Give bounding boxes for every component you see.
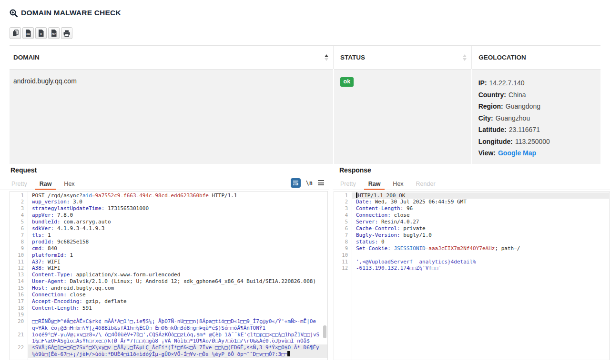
line-number: 16	[10, 292, 28, 298]
google-map-link[interactable]: Google Map	[498, 149, 536, 157]
line-number: 5	[10, 219, 28, 225]
line-number: 14	[10, 278, 28, 285]
line-number: 6	[10, 225, 28, 232]
newline-toggle-button[interactable]: \n	[306, 180, 313, 186]
geo-value: 113.250000	[515, 138, 550, 145]
line-number: 11	[334, 259, 352, 265]
line-number: 4	[10, 212, 28, 219]
editor-line: 21ìo¢é9°□¥-yߎV@¡xv□z8«/\ ó□4Ô0ùèV+7D□',C…	[10, 332, 327, 345]
line-content: Host: android.bugly.qq.com	[28, 285, 327, 292]
editor-line: 2Date: Wed, 30 Jul 2025 06:44:59 GMT	[334, 199, 609, 205]
line-content: platformId: 1	[28, 252, 327, 259]
line-content: □□RÍNÖ@□Þ^éå□¢ÀÉ×C$rk¢ mÀÁ*A□1'□,ie¶S¼¡ …	[28, 318, 327, 332]
editor-line: 15Host: android.bugly.qq.com	[10, 285, 327, 292]
response-tab-pretty[interactable]: Pretty	[339, 178, 357, 190]
line-number: 6	[334, 225, 352, 232]
response-panel-title: Response	[333, 166, 610, 174]
column-label: STATUS	[340, 54, 365, 61]
copy-icon	[12, 30, 19, 37]
editor-line: 4appVer: 7.8.0	[10, 212, 327, 219]
line-number: 1	[334, 192, 352, 199]
geo-label: IP:	[478, 79, 487, 87]
line-content: Bugly-Version: bugly/1.0	[352, 232, 609, 239]
malware-check-table: DOMAIN STATUS GEOLOCATION android.bugly.…	[10, 45, 600, 164]
pdf-button[interactable]: PDF	[48, 27, 60, 39]
editor-line: 3strategylastUpdateTime: 1731565301000	[10, 205, 327, 212]
geo-label: Region:	[478, 102, 503, 110]
request-tab-pretty[interactable]: Pretty	[10, 178, 28, 190]
csv-button[interactable]: csv	[22, 27, 34, 39]
line-number: 4	[334, 212, 352, 219]
column-header-status[interactable]: STATUS	[334, 46, 472, 70]
excel-file-icon: X	[38, 30, 44, 37]
request-editor[interactable]: 1POST /rqd/async?aid=9a7552c9-f663-494c-…	[10, 191, 328, 360]
editor-menu-button[interactable]	[318, 180, 324, 185]
geo-value: 23.116671	[509, 126, 540, 133]
column-label: GEOLOCATION	[478, 54, 526, 61]
line-number: 12	[334, 265, 352, 272]
copy-button[interactable]	[10, 27, 21, 39]
line-content: Connection: close	[28, 292, 327, 298]
editor-line: 10	[334, 252, 609, 259]
editor-line: 6Cache-Control: private	[334, 225, 609, 232]
line-number: 7	[334, 232, 352, 239]
line-content: User-Agent: Dalvik/2.1.0 (Linux; U; Andr…	[28, 278, 327, 285]
line-content: sdkVer: 4.1.9.3-4.1.9.3	[28, 225, 327, 232]
print-button[interactable]	[61, 27, 72, 39]
line-content: appVer: 7.8.0	[28, 212, 327, 219]
geo-value: China	[508, 91, 526, 99]
line-content: HTTP/1.1 200 OK	[352, 192, 609, 199]
line-content: ìo¢é9°□¥-yߎV@¡xv□z8«/\ ó□4Ô0ùèV+7D□',CQS…	[28, 332, 327, 345]
geo-value: Guangzhou	[496, 114, 530, 122]
line-content: Connection: close	[352, 212, 609, 219]
line-number: 2	[334, 199, 352, 205]
geo-value: 14.22.7.140	[489, 79, 525, 87]
response-tab-hex[interactable]: Hex	[392, 178, 404, 190]
editor-line: 18Content-Length: 591	[10, 305, 327, 312]
response-tab-render[interactable]: Render	[415, 178, 437, 190]
geolocation-list: IP:14.22.7.140Country:ChinaRegion:Guangd…	[478, 77, 596, 159]
geo-line: Region:Guangdong	[478, 101, 596, 112]
response-tab-list: PrettyRawHexRender	[339, 178, 437, 190]
editor-line: 2wup_version: 3.0	[10, 199, 327, 205]
line-content: prodId: 9c6825e158	[28, 239, 327, 245]
geo-label: City:	[478, 114, 493, 122]
editor-line: 4Connection: close	[334, 212, 609, 219]
line-number: 15	[10, 285, 28, 292]
word-wrap-toggle-button[interactable]	[291, 178, 301, 188]
response-editor[interactable]: 1HTTP/1.1 200 OK2Date: Wed, 30 Jul 2025 …	[334, 191, 610, 360]
editor-line: 11',<@VuploadServerf analytics}4detail%	[334, 259, 609, 265]
editor-line: 7tls: 1	[10, 232, 327, 239]
editor-line: 1POST /rqd/async?aid=9a7552c9-f663-494c-…	[10, 192, 327, 199]
editor-line: 8prodId: 9c6825e158	[10, 239, 327, 245]
excel-button[interactable]: X	[35, 27, 47, 39]
geo-label: Longitude:	[478, 138, 513, 145]
editor-line: 11A37: WIFI	[10, 259, 327, 265]
editor-line: 14User-Agent: Dalvik/2.1.0 (Linux; U; An…	[10, 278, 327, 285]
editor-line: 3Content-Length: 96	[334, 205, 609, 212]
line-content: tls: 1	[28, 232, 327, 239]
pdf-file-icon: PDF	[51, 30, 57, 37]
line-content: ',<@VuploadServerf analytics}4detail%	[352, 259, 609, 265]
line-content: Content-Type: application/x-www-form-url…	[28, 272, 327, 278]
line-content: Date: Wed, 30 Jul 2025 06:44:59 GMT	[352, 199, 609, 205]
status-badge: ok	[340, 77, 354, 87]
editor-line: 12A38: WIFI	[10, 265, 327, 272]
geo-line: Longitude:113.250000	[478, 136, 596, 148]
http-panels: Request PrettyRawHex \n 1POST /rqd/async…	[0, 166, 610, 360]
request-tab-raw[interactable]: Raw	[39, 178, 53, 190]
line-content: Set-Cookie: JSESSIONID=aaaJcEIX7m2Nf4OY7…	[352, 245, 609, 252]
column-header-domain[interactable]: DOMAIN	[10, 46, 334, 70]
vertical-scrollbar-thumb[interactable]	[323, 325, 326, 338]
table-header-row: DOMAIN STATUS GEOLOCATION	[10, 46, 600, 70]
line-content: A38: WIFI	[28, 265, 327, 272]
request-tab-hex[interactable]: Hex	[63, 178, 75, 190]
geo-label: Country:	[478, 91, 506, 99]
line-content: Server: Resin/4.0.27	[352, 219, 609, 225]
response-tab-raw[interactable]: Raw	[367, 178, 382, 190]
line-number: 12	[10, 265, 28, 272]
line-content: Content-Length: 591	[28, 305, 327, 312]
line-number: 22	[10, 344, 28, 358]
column-header-geolocation: GEOLOCATION	[472, 46, 600, 70]
line-number: 8	[10, 239, 28, 245]
